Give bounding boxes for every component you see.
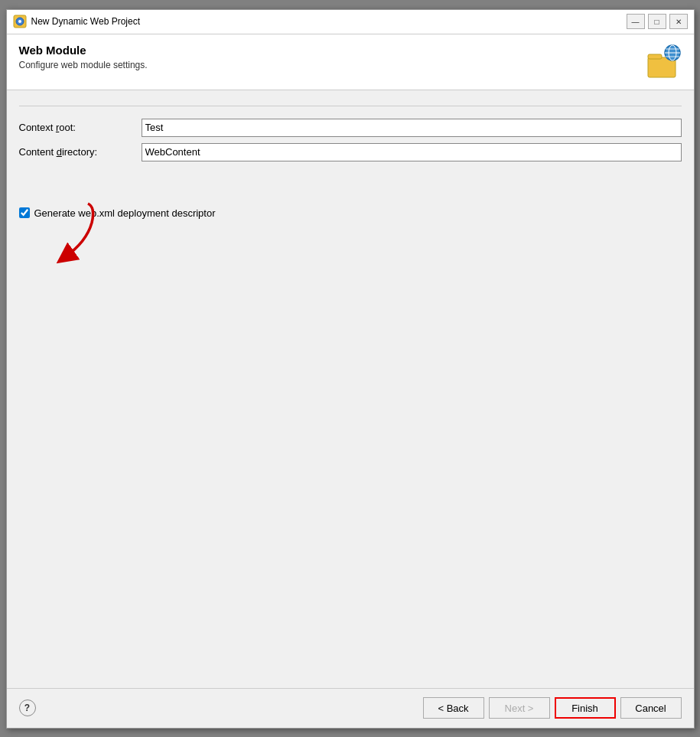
content-directory-label: Content directory:: [19, 146, 142, 158]
finish-button[interactable]: Finish: [555, 697, 616, 719]
footer: ? < Back Next > Finish Cancel: [7, 688, 694, 728]
title-bar: New Dynamic Web Project — □ ✕: [7, 10, 694, 34]
minimize-button[interactable]: —: [627, 14, 645, 29]
svg-point-2: [18, 20, 21, 23]
back-button[interactable]: < Back: [423, 697, 484, 719]
window-controls: — □ ✕: [627, 14, 688, 29]
window-icon: [13, 15, 27, 28]
next-button[interactable]: Next >: [489, 697, 550, 719]
cancel-button[interactable]: Cancel: [620, 697, 682, 719]
content-directory-row: Content directory:: [19, 143, 682, 161]
close-button[interactable]: ✕: [669, 14, 688, 29]
content-directory-input[interactable]: [142, 143, 682, 161]
form-section: Context root: Content directory:: [19, 119, 682, 219]
page-header: Web Module Configure web module settings…: [7, 34, 694, 90]
generate-xml-label[interactable]: Generate web.xml deployment descriptor: [34, 207, 216, 219]
window-title: New Dynamic Web Project: [31, 16, 627, 27]
svg-rect-4: [648, 54, 662, 59]
maximize-button[interactable]: □: [648, 14, 666, 29]
separator: [19, 106, 682, 106]
generate-xml-checkbox[interactable]: [19, 207, 30, 218]
context-root-label: Context root:: [19, 122, 142, 133]
footer-right: < Back Next > Finish Cancel: [423, 697, 682, 719]
help-button[interactable]: ?: [19, 699, 36, 716]
header-text: Web Module Configure web module settings…: [19, 44, 645, 70]
checkbox-wrapper: Generate web.xml deployment descriptor: [19, 207, 682, 219]
page-content: Context root: Content directory:: [7, 90, 694, 688]
footer-left: ?: [19, 699, 36, 716]
dialog-window: New Dynamic Web Project — □ ✕ Web Module…: [6, 9, 695, 729]
page-subtitle: Configure web module settings.: [19, 60, 645, 70]
page-title: Web Module: [19, 44, 645, 57]
context-root-row: Context root:: [19, 119, 682, 137]
generate-xml-row: Generate web.xml deployment descriptor: [19, 207, 682, 219]
web-folder-icon: [645, 44, 682, 80]
context-root-input[interactable]: [142, 119, 682, 137]
